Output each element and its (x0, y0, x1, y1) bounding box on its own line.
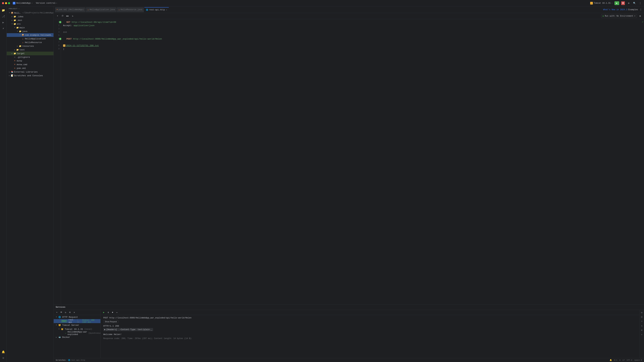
close-button[interactable] (2, 2, 4, 4)
tree-item-idea[interactable]: 📁 .idea (7, 15, 54, 18)
svc-pause-button[interactable]: ⏸ (106, 311, 110, 314)
run-gutter-1[interactable] (59, 21, 62, 23)
tree-item-mvn[interactable]: 📁 .mvn (7, 18, 54, 22)
tree-item-resources[interactable]: 📁 resources (7, 44, 54, 48)
search-button[interactable]: 🔍 (632, 1, 636, 5)
rp-sort-icon[interactable]: ⇅ (640, 324, 644, 328)
status-position[interactable]: 9:1 (614, 359, 617, 361)
chevron-tomcat-server (55, 324, 58, 327)
history-button[interactable]: ⏱ (61, 14, 64, 18)
chevron-webapp (62, 332, 64, 335)
code-content[interactable]: GET http://localhost:80/api/item?id=99 A… (61, 19, 641, 304)
tab-rest-api-label: rest-api.http (149, 9, 165, 11)
run-all-button[interactable]: ▶▶ (66, 14, 70, 18)
add-request-button[interactable]: + (56, 14, 59, 18)
status-line-ending[interactable]: LF (622, 359, 625, 361)
status-indent[interactable]: space 0 (634, 359, 642, 361)
tree-item-scratches[interactable]: 📝 Scratches and Consoles (7, 74, 54, 77)
response-meta: Response code: 200; Time: 297ms (297 ms)… (103, 337, 636, 340)
svc-item-tomcat-server[interactable]: 🐱 Tomcat Server (54, 323, 100, 327)
headers-chevron: ▶ (104, 328, 106, 331)
svc-item-rest-api[interactable]: POST rest-api | #2 Status: 200 (297 ms) (54, 319, 100, 323)
tree-item-gitignore[interactable]: ⊘ .gitignore (7, 55, 54, 59)
file-link[interactable]: 2024-11-11T132731.200.txt (66, 44, 99, 47)
svc-label-http-request: HTTP Request (62, 316, 78, 319)
tomcat-badge[interactable]: 🐱 Tomcat 10.1.31 ▾ (590, 2, 612, 4)
chevron-rest-api (58, 320, 60, 323)
tree-item-java[interactable]: 📁 java (7, 29, 54, 33)
tab-rest-api[interactable]: 🌐 rest-api.http ✕ (144, 7, 169, 12)
status-scratch-label[interactable]: Scratches (56, 359, 66, 361)
close-service-icon[interactable]: ✕ (72, 311, 76, 314)
rp-list-icon[interactable]: ☰ (640, 315, 644, 319)
tree-item-target[interactable]: 📁 target (7, 52, 54, 55)
rp-eye-icon[interactable]: 👁 (640, 311, 644, 315)
rp-close-icon[interactable]: ✕ (640, 333, 644, 336)
get-keyword: GET (66, 21, 72, 23)
svc-item-docker[interactable]: 🐳 Docker (54, 335, 100, 339)
svc-run-button[interactable]: ▶ (102, 311, 106, 314)
rp-align-icon[interactable]: ≡ (640, 320, 644, 323)
sidebar-dropdown-icon[interactable]: ▾ (18, 8, 20, 10)
activity-services-icon[interactable]: ⚡ (1, 26, 6, 31)
tab-pomxml[interactable]: m pom.xml (HelloWebApp) (55, 7, 86, 12)
examples-button[interactable]: Examples (628, 8, 638, 11)
project-dropdown-icon[interactable]: ▾ (32, 2, 32, 4)
tree-item-mvnwcmd[interactable]: M mvnw.cmd (7, 63, 54, 66)
tab-hello-resource[interactable]: ☕ HelloResource.java (117, 7, 144, 12)
run-gutter-6[interactable] (59, 38, 62, 40)
code-line-3 (63, 27, 639, 30)
svc-item-webapp[interactable]: ✓ HelloWebApp:war exploded [Synchronized… (54, 331, 100, 335)
activity-project-icon[interactable]: 📁 (1, 8, 6, 13)
tree-item-test[interactable]: 📁 test (7, 48, 54, 52)
rp-table-icon[interactable]: ⊞ (640, 328, 644, 332)
activity-git-icon[interactable]: ⎇ (1, 14, 6, 19)
project-name: HelloWebApp (16, 2, 31, 4)
response-headers[interactable]: ▶ {Headers} .-Content-Type: text/plain._ (103, 328, 153, 331)
activity-run-icon[interactable]: ▶ (1, 20, 6, 25)
env-settings-icon[interactable]: ⚙ (638, 14, 642, 18)
run-with-button[interactable]: ▶ Run with: No Environment ▾ (601, 14, 637, 18)
collapse-service-icon[interactable]: ⊟ (68, 311, 72, 314)
version-control-selector[interactable]: Version control ▾ (36, 2, 57, 4)
tree-item-pomxml[interactable]: m pom.xml (7, 66, 54, 70)
svc-item-http-request[interactable]: 🌐 HTTP Request (54, 315, 100, 319)
status-file-label[interactable]: rest-api.http (71, 359, 85, 361)
stop-button[interactable]: ■ (621, 1, 625, 5)
add-service-icon[interactable]: + (55, 311, 59, 314)
settings-button[interactable]: ⚙ (627, 1, 630, 5)
accept-header: Accept: (63, 24, 74, 27)
tree-item-main[interactable]: 📁 main (7, 26, 54, 29)
svc-stop-button[interactable]: ■ (111, 311, 114, 314)
svc-more-button[interactable]: ⋯ (115, 311, 119, 314)
status-encoding-icon[interactable]: ⚙ (619, 359, 620, 361)
maximize-button[interactable] (8, 2, 10, 4)
java-folder-icon: 📁 (19, 30, 22, 33)
status-bell-icon[interactable]: 🔔 (610, 359, 612, 361)
tree-item-external-libs[interactable]: 📚 External Libraries (7, 70, 54, 74)
activity-settings-icon[interactable]: ⚙ (1, 355, 6, 361)
code-line-6: POST http://localhost:8080/HelloWebApp_w… (63, 37, 639, 40)
tree-item-mvnw[interactable]: M mvnw (7, 59, 54, 63)
tree-item-hello-resource[interactable]: ☕ HelloResource (7, 40, 54, 44)
project-selector[interactable]: H HelloWebApp ▾ (13, 2, 32, 4)
more-button[interactable]: ⋮ (638, 1, 642, 5)
hello-resource-icon: ☕ (22, 41, 24, 44)
activity-notifications-icon[interactable]: 🔔 (1, 349, 6, 355)
tree-item-hello-application[interactable]: ☕ HelloApplication (7, 37, 54, 40)
tree-item-src[interactable]: 📁 src (7, 22, 54, 26)
reload-button[interactable]: ↻ (71, 14, 74, 18)
tree-item-package[interactable]: 📦 com.example.hellowebapp (7, 33, 54, 37)
tree-item-hellowebapp[interactable]: 📦 HelloWebApp ~/IdeaProjects/HelloWebApp (7, 11, 54, 15)
code-editor[interactable]: 1 2 3 4 5 6 7 8 9 GET http://localhost:8… (54, 19, 644, 304)
run-button[interactable]: ▶ (614, 1, 619, 5)
tab-hello-application[interactable]: ☕ HelloApplication.java (86, 7, 116, 12)
show-request-button[interactable]: Show Request (103, 320, 118, 323)
status-encoding[interactable]: UTF-8 (627, 359, 632, 361)
minimize-button[interactable] (5, 2, 7, 4)
whats-new-button[interactable]: What's New in 2024.3 (603, 8, 627, 11)
refresh-service-icon[interactable]: ↻ (64, 311, 68, 314)
tabs-more-icon[interactable]: ⋮ (639, 8, 643, 11)
eye-service-icon[interactable]: 👁 (59, 311, 63, 314)
tab-rest-api-close[interactable]: ✕ (166, 9, 167, 11)
